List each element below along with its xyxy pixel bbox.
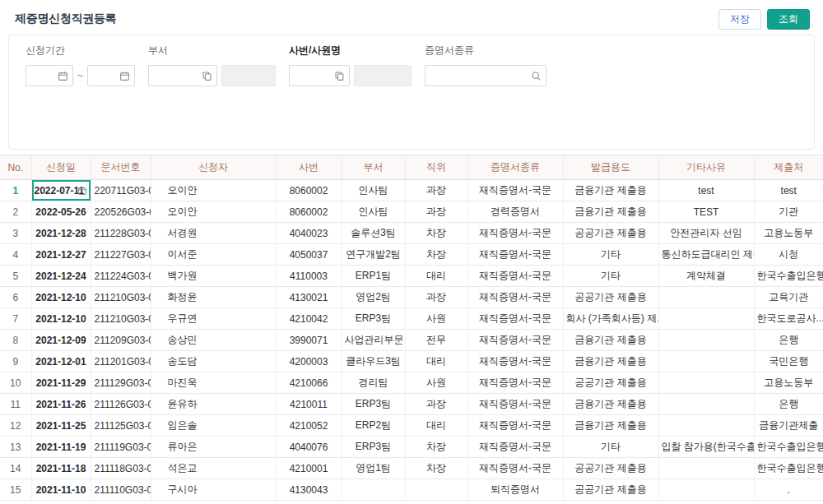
cell-name[interactable]: 윤유하 — [151, 394, 276, 415]
cell-no[interactable]: 4 — [0, 244, 31, 266]
cell-no[interactable]: 14 — [0, 458, 31, 479]
cell-name[interactable]: 오이안 — [151, 201, 276, 223]
column-header-date[interactable]: 신청일 — [31, 155, 91, 180]
cell-date[interactable]: 2021-11-18 — [31, 458, 91, 479]
cell-emp[interactable]: 4110003 — [276, 266, 342, 287]
cell-pos[interactable]: 사원 — [405, 372, 467, 394]
cell-pos[interactable]: 대리 — [405, 351, 467, 372]
cell-dept[interactable]: 사업관리부문 — [342, 330, 405, 351]
column-header-name[interactable]: 신청자 — [151, 155, 276, 180]
calendar-icon[interactable] — [119, 71, 130, 81]
cell-reason[interactable]: test — [658, 180, 754, 201]
cell-reason[interactable] — [658, 372, 754, 394]
cell-purpose[interactable]: 공공기관 제출용 — [563, 223, 658, 244]
cell-dest[interactable]: 금융기관제출 — [754, 415, 823, 437]
date-from-input[interactable] — [26, 65, 73, 86]
cell-reason[interactable]: TEST — [658, 201, 754, 223]
cell-date[interactable]: 2021-11-25 — [31, 415, 91, 437]
cell-date[interactable]: 2021-12-01 — [31, 351, 91, 372]
cell-pos[interactable]: 차장 — [405, 437, 467, 458]
cell-dest[interactable]: 한국수출입은행 — [754, 458, 823, 479]
cell-pos[interactable]: 차장 — [405, 223, 467, 244]
cell-no[interactable]: 2 — [0, 201, 31, 223]
search-button[interactable]: 조회 — [767, 9, 810, 30]
cell-date[interactable]: 2021-12-09 — [31, 330, 91, 351]
cell-cert[interactable]: 재직증명서-국문 — [467, 287, 563, 308]
column-header-dept[interactable]: 부서 — [342, 155, 405, 180]
cell-cert[interactable]: 재직증명서-국문 — [467, 372, 563, 394]
cell-purpose[interactable]: 금융기관 제출용 — [563, 351, 658, 372]
cell-pos[interactable]: 대리 — [405, 266, 467, 287]
cell-name[interactable]: 구시아 — [151, 479, 276, 501]
cell-dept[interactable]: 인사팀 — [342, 201, 405, 223]
table-row[interactable]: 112021-11-26211126G03-0...윤유하4210011ERP3… — [0, 394, 823, 415]
cell-pos[interactable]: 과장 — [405, 287, 467, 308]
cell-reason[interactable]: 안전관리자 선임 — [658, 223, 754, 244]
table-row[interactable]: 32021-12-28211228G03-0...서경원4040023솔루션3팀… — [0, 223, 823, 244]
cell-reason[interactable]: 입찰 참가용(한국수출... — [658, 437, 754, 458]
cell-cert[interactable]: 재직증명서-국문 — [467, 223, 563, 244]
cell-cert[interactable]: 재직증명서-국문 — [467, 351, 563, 372]
cell-dest[interactable]: 은행 — [754, 394, 823, 415]
cell-purpose[interactable]: 기타 — [563, 437, 658, 458]
dept-code-input[interactable] — [148, 65, 217, 86]
cell-name[interactable]: 류아은 — [151, 437, 276, 458]
cell-no[interactable]: 6 — [0, 287, 31, 308]
cell-name[interactable]: 마진욱 — [151, 372, 276, 394]
cell-purpose[interactable]: 공공기관 제출용 — [563, 287, 658, 308]
cell-no[interactable]: 15 — [0, 479, 31, 501]
cell-doc[interactable]: 211119G03-0... — [91, 437, 151, 458]
cell-name[interactable]: 석은교 — [151, 458, 276, 479]
cell-purpose[interactable]: 기타 — [563, 244, 658, 266]
cell-emp[interactable]: 4210001 — [276, 458, 342, 479]
cell-dept[interactable]: 영업2팀 — [342, 287, 405, 308]
cell-date[interactable]: 2021-11-26 — [31, 394, 91, 415]
column-header-purpose[interactable]: 발급용도 — [563, 155, 658, 180]
cell-dest[interactable]: 은행 — [754, 330, 823, 351]
cell-pos[interactable]: 전무 — [405, 330, 467, 351]
cell-reason[interactable] — [658, 287, 754, 308]
cell-reason[interactable] — [658, 479, 754, 501]
cell-doc[interactable]: 211227G03-0... — [91, 244, 151, 266]
cell-no[interactable]: 8 — [0, 330, 31, 351]
cell-name[interactable]: 이서준 — [151, 244, 276, 266]
cell-emp[interactable]: 4210042 — [276, 308, 342, 330]
cell-purpose[interactable]: 금융기관 제출용 — [563, 180, 658, 201]
cell-purpose[interactable]: 금융기관 제출용 — [563, 394, 658, 415]
cell-doc[interactable]: 211210G03-0... — [91, 308, 151, 330]
cell-no[interactable]: 7 — [0, 308, 31, 330]
cell-no[interactable]: 1 — [0, 180, 31, 201]
cell-name[interactable]: 임은솔 — [151, 415, 276, 437]
cell-reason[interactable]: 계약체결 — [658, 266, 754, 287]
cell-date[interactable]: 2021-12-10 — [31, 308, 91, 330]
cell-reason[interactable]: 통신하도급대리인 제출 — [658, 244, 754, 266]
cell-reason[interactable] — [658, 351, 754, 372]
cell-no[interactable]: 10 — [0, 372, 31, 394]
cell-emp[interactable]: 8060002 — [276, 180, 342, 201]
cell-reason[interactable] — [658, 330, 754, 351]
cell-date[interactable]: 2021-12-10 — [31, 287, 91, 308]
column-header-emp[interactable]: 사번 — [276, 155, 342, 180]
cell-no[interactable]: 13 — [0, 437, 31, 458]
cell-dest[interactable]: 시청 — [754, 244, 823, 266]
cell-dest[interactable]: 교육기관 — [754, 287, 823, 308]
cell-date[interactable]: 2021-11-29 — [31, 372, 91, 394]
cell-cert[interactable]: 재직증명서-국문 — [467, 437, 563, 458]
table-row[interactable]: 72021-12-10211210G03-0...우규연4210042ERP3팀… — [0, 308, 823, 330]
cell-doc[interactable]: 211224G03-0... — [91, 266, 151, 287]
cell-doc[interactable]: 211126G03-0... — [91, 394, 151, 415]
table-row[interactable]: 12022-07-11 220711G03-0...오이안8060002인사팀과… — [0, 180, 823, 201]
cell-dest[interactable]: test — [754, 180, 823, 201]
cell-name[interactable]: 송도담 — [151, 351, 276, 372]
cell-doc[interactable]: 211210G03-0... — [91, 287, 151, 308]
table-row[interactable]: 52021-12-24211224G03-0...백가원4110003ERP1팀… — [0, 266, 823, 287]
search-icon[interactable] — [531, 71, 542, 81]
cell-emp[interactable]: 8060002 — [276, 201, 342, 223]
column-header-pos[interactable]: 직위 — [405, 155, 467, 180]
cell-cert[interactable]: 재직증명서-국문 — [467, 308, 563, 330]
cell-dept[interactable]: ERP1팀 — [342, 266, 405, 287]
cell-cert[interactable]: 재직증명서-국문 — [467, 394, 563, 415]
cell-dest[interactable]: 한국수출입은행 — [754, 266, 823, 287]
cell-name[interactable]: 우규연 — [151, 308, 276, 330]
cell-dept[interactable]: ERP3팀 — [342, 437, 405, 458]
